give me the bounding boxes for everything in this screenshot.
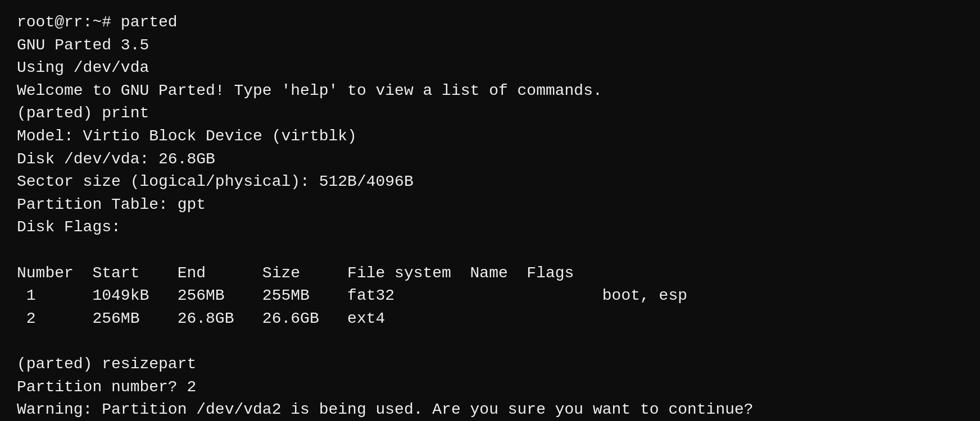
line-sector: Sector size (logical/physical): 512B/409…	[17, 171, 963, 194]
line-welcome: Welcome to GNU Parted! Type 'help' to vi…	[17, 80, 963, 103]
line-empty2	[17, 330, 963, 353]
line-disk: Disk /dev/vda: 26.8GB	[17, 148, 963, 171]
line-model: Model: Virtio Block Device (virtblk)	[17, 125, 963, 148]
line-version: GNU Parted 3.5	[17, 34, 963, 57]
line-resizepart-cmd: (parted) resizepart	[17, 353, 963, 376]
line-print-cmd: (parted) print	[17, 102, 963, 125]
line-partition-number: Partition number? 2	[17, 376, 963, 399]
terminal-window: root@rr:~# parted GNU Parted 3.5 Using /…	[17, 11, 963, 421]
line-row1: 1 1049kB 256MB 255MB fat32 boot, esp	[17, 285, 963, 308]
line-using: Using /dev/vda	[17, 57, 963, 80]
line-partition-table: Partition Table: gpt	[17, 194, 963, 217]
line-warning: Warning: Partition /dev/vda2 is being us…	[17, 399, 963, 421]
line-empty1	[17, 239, 963, 262]
line-prompt: root@rr:~# parted	[17, 11, 963, 34]
line-row2: 2 256MB 26.8GB 26.6GB ext4	[17, 308, 963, 331]
line-table-header: Number Start End Size File system Name F…	[17, 262, 963, 285]
line-disk-flags: Disk Flags:	[17, 216, 963, 239]
